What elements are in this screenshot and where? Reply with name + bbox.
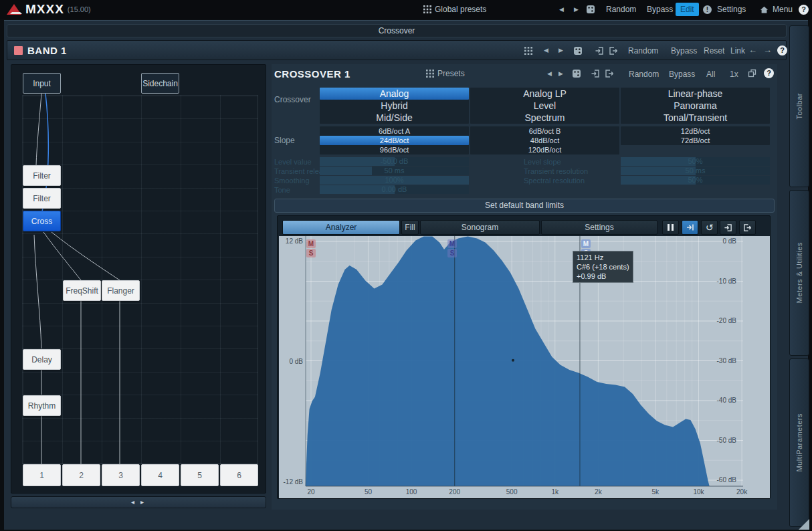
crossover-option-analog[interactable]: Analog (320, 88, 469, 100)
crossover-help-icon[interactable]: ? (764, 68, 774, 78)
prev-button[interactable]: ◀ (544, 47, 548, 54)
crossover-presets-button[interactable]: Presets (426, 69, 465, 78)
normalize-button[interactable] (682, 220, 698, 235)
export-analysis-button[interactable] (739, 220, 756, 235)
band-random-button[interactable]: Random (628, 46, 658, 56)
graph-horizontal-scrollbar[interactable]: ◂ ▸ (11, 496, 266, 508)
axis-tick-label: 50 (358, 488, 378, 496)
node-output-4[interactable]: 4 (141, 464, 179, 486)
spectrum-analyzer-display[interactable]: M S M S M S 1121 Hz C#6 (+18 cents) +0.9… (279, 236, 770, 498)
edit-button[interactable]: Edit (676, 3, 699, 16)
band-mute-badge[interactable]: M (306, 239, 316, 248)
node-cross-selected[interactable]: Cross (23, 211, 61, 231)
randomize-dice-icon[interactable] (586, 5, 595, 14)
crossover-option-tonal-transient[interactable]: Tonal/Transient (621, 112, 770, 124)
sidebar-tab-toolbar[interactable]: Toolbar (789, 25, 809, 187)
crossover-1x-button[interactable]: 1x (730, 70, 738, 79)
app-logo (7, 0, 21, 19)
slope-option-6a[interactable]: 6dB/oct A (320, 126, 469, 136)
export-icon[interactable] (605, 69, 614, 78)
window-resize-handle[interactable] (799, 519, 809, 530)
sidebar-tab-meters-utilities[interactable]: Meters & Utilities (789, 190, 809, 356)
band-mute-badge[interactable]: M (447, 239, 457, 248)
param-label: Smoothing (274, 177, 310, 185)
slope-option-12[interactable]: 12dB/oct (621, 126, 770, 136)
axis-tick-label: 100 (401, 488, 421, 496)
tab-settings[interactable]: Settings (541, 220, 657, 235)
undo-arrow-icon[interactable]: ← (748, 45, 757, 55)
band-mute-badge[interactable]: M (581, 239, 591, 248)
slope-option-72[interactable]: 72dB/oct (621, 136, 770, 145)
top-menu-bar: MXXX (15.00) Global presets ◀ ▶ Random B… (0, 0, 812, 19)
node-output-1[interactable]: 1 (23, 464, 61, 486)
next-preset-button[interactable]: ▶ (574, 6, 579, 13)
node-output-6[interactable]: 6 (220, 464, 258, 486)
node-delay[interactable]: Delay (23, 349, 61, 370)
prev-preset-button[interactable]: ◀ (559, 6, 564, 13)
crossover-option-panorama[interactable]: Panorama (621, 100, 770, 112)
reset-analysis-button[interactable]: ↺ (701, 220, 718, 235)
global-presets-button[interactable]: Global presets (423, 0, 486, 19)
limiter-warning-icon[interactable]: ! (703, 5, 712, 14)
crossover-option-level[interactable]: Level (470, 100, 619, 112)
band-link-button[interactable]: Link (730, 46, 745, 56)
slope-option-24[interactable]: 24dB/oct (320, 136, 469, 145)
bypass-button[interactable]: Bypass (647, 5, 673, 14)
node-rhythm[interactable]: Rhythm (23, 395, 61, 416)
slope-option-120[interactable]: 120dB/oct (470, 145, 619, 154)
import-analysis-button[interactable] (720, 220, 736, 235)
set-default-band-limits-button[interactable]: Set default band limits (274, 199, 775, 213)
next-button[interactable]: ▶ (559, 70, 563, 77)
tab-analyzer[interactable]: Analyzer (282, 220, 400, 235)
randomize-dice-icon[interactable] (573, 46, 583, 56)
crossover-option-analog-lp[interactable]: Analog LP (470, 88, 619, 100)
detach-window-icon[interactable] (748, 69, 756, 78)
slope-option-6b[interactable]: 6dB/oct B (470, 126, 619, 136)
crossover-option-hybrid[interactable]: Hybrid (320, 100, 469, 112)
band-reset-button[interactable]: Reset (704, 46, 724, 56)
settings-button[interactable]: Settings (717, 5, 746, 14)
band-help-icon[interactable]: ? (777, 45, 787, 56)
randomize-dice-icon[interactable] (572, 69, 581, 78)
random-button[interactable]: Random (606, 5, 636, 14)
help-icon[interactable]: ? (799, 5, 809, 15)
crossover-option-midside[interactable]: Mid/Side (320, 112, 469, 124)
crossover-random-button[interactable]: Random (629, 70, 659, 79)
app-version: (15.00) (68, 5, 91, 13)
home-icon[interactable] (760, 5, 769, 14)
node-sidechain[interactable]: Sidechain (141, 73, 179, 94)
tab-sonogram[interactable]: Sonogram (420, 220, 540, 235)
node-filter-1[interactable]: Filter (23, 165, 61, 186)
band-solo-badge[interactable]: S (306, 249, 316, 257)
import-icon[interactable] (595, 46, 604, 56)
redo-arrow-icon[interactable]: → (763, 45, 772, 55)
import-icon[interactable] (591, 69, 600, 78)
node-filter-2[interactable]: Filter (23, 188, 61, 209)
next-button[interactable]: ▶ (559, 47, 563, 54)
pause-button[interactable] (662, 220, 679, 235)
node-freqshift[interactable]: FreqShift (63, 280, 101, 301)
node-output-5[interactable]: 5 (181, 464, 219, 486)
crossover-all-button[interactable]: All (706, 70, 715, 79)
sidebar-tab-multiparameters[interactable]: MultiParameters (789, 358, 809, 527)
slope-option-96[interactable]: 96dB/oct (320, 145, 469, 154)
crossover-option-linear-phase[interactable]: Linear-phase (621, 88, 770, 100)
slope-option-48[interactable]: 48dB/oct (470, 136, 619, 145)
editor-tab-crossover[interactable]: Crossover (7, 24, 787, 37)
band-solo-badge[interactable]: S (447, 249, 457, 257)
tab-fill[interactable]: Fill (401, 220, 419, 235)
presets-grid-icon[interactable] (524, 47, 532, 55)
export-icon[interactable] (609, 46, 618, 56)
node-flanger[interactable]: Flanger (102, 280, 140, 301)
axis-tick-label: 10k (688, 488, 708, 496)
node-output-3[interactable]: 3 (102, 464, 140, 486)
node-output-2[interactable]: 2 (62, 464, 100, 486)
band-bypass-button[interactable]: Bypass (671, 46, 697, 56)
menu-button[interactable]: Menu (773, 5, 793, 14)
axis-tick-label: 200 (445, 488, 465, 496)
prev-button[interactable]: ◀ (547, 70, 552, 77)
node-input[interactable]: Input (23, 73, 61, 94)
crossover-option-spectrum[interactable]: Spectrum (470, 112, 619, 124)
band-color-swatch[interactable] (14, 46, 23, 55)
crossover-bypass-button[interactable]: Bypass (669, 70, 695, 79)
